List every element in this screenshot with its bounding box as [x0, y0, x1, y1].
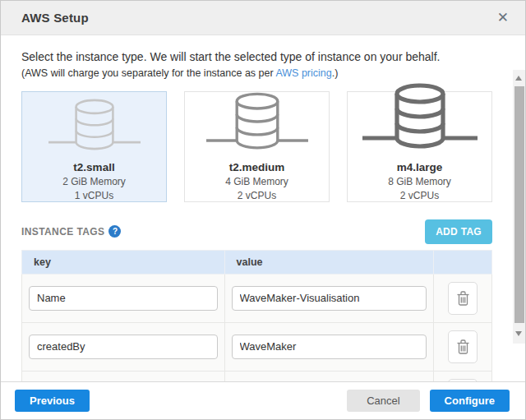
table-header-row: key value — [22, 250, 492, 274]
cancel-button[interactable]: Cancel — [347, 390, 419, 412]
column-header-action — [434, 250, 492, 274]
instance-memory: 8 GiB Memory — [388, 176, 451, 187]
instance-type-card[interactable]: m4.large 8 GiB Memory 2 vCPUs — [347, 91, 492, 202]
aws-setup-dialog: AWS Setup ✕ Select the instance type. We… — [0, 0, 526, 420]
database-icon — [351, 97, 488, 159]
intro-text: Select the instance type. We will start … — [21, 48, 492, 65]
database-icon — [25, 97, 163, 159]
tag-table-row — [22, 274, 492, 322]
instance-vcpus: 1 vCPUs — [75, 190, 113, 201]
tag-key-input[interactable] — [29, 286, 218, 311]
scrollbar-down-arrow-icon[interactable] — [515, 331, 522, 336]
instance-cards: t2.small 2 GiB Memory 1 vCPUs t2.medium … — [21, 91, 492, 202]
instance-tags-label: INSTANCE TAGS — [21, 226, 104, 238]
configure-button[interactable]: Configure — [430, 390, 510, 412]
delete-tag-button[interactable] — [448, 379, 478, 381]
instance-vcpus: 2 vCPUs — [400, 190, 439, 201]
tag-key-input[interactable] — [29, 335, 218, 359]
column-header-key: key — [22, 250, 225, 274]
pricing-note-suffix: .) — [332, 67, 339, 79]
pricing-note-prefix: (AWS will charge you separately for the … — [21, 67, 275, 79]
database-icon — [188, 97, 325, 159]
tag-table-row — [22, 371, 492, 381]
instance-name: m4.large — [397, 161, 443, 173]
instance-memory: 4 GiB Memory — [225, 176, 288, 187]
dialog-title: AWS Setup — [21, 11, 89, 25]
instance-type-card[interactable]: t2.small 2 GiB Memory 1 vCPUs — [21, 91, 167, 202]
trash-icon — [457, 291, 469, 306]
instance-name: t2.medium — [229, 161, 285, 173]
dialog-footer: Previous Cancel Configure — [1, 381, 525, 419]
delete-tag-button[interactable] — [448, 330, 478, 363]
column-header-value: value — [224, 250, 434, 274]
instance-type-card[interactable]: t2.medium 4 GiB Memory 2 vCPUs — [184, 91, 330, 202]
instance-vcpus: 2 vCPUs — [238, 190, 276, 201]
scrollbar-up-arrow-icon[interactable] — [515, 76, 522, 81]
help-icon[interactable]: ? — [108, 225, 121, 238]
tag-value-input[interactable] — [232, 286, 427, 311]
previous-button[interactable]: Previous — [15, 390, 90, 412]
aws-pricing-link[interactable]: AWS pricing — [275, 67, 331, 79]
tag-rows — [22, 274, 492, 381]
tag-value-input[interactable] — [232, 335, 427, 359]
delete-tag-button[interactable] — [448, 282, 478, 315]
trash-icon — [457, 339, 469, 354]
instance-name: t2.small — [73, 161, 114, 173]
instance-tags-bar: INSTANCE TAGS ? ADD TAG — [21, 220, 492, 243]
instance-tags-table: key value — [21, 250, 492, 381]
add-tag-button[interactable]: ADD TAG — [425, 219, 492, 244]
vertical-scrollbar[interactable] — [513, 70, 525, 344]
scrollbar-thumb[interactable] — [514, 86, 524, 323]
dialog-header: AWS Setup ✕ — [1, 1, 525, 35]
pricing-note: (AWS will charge you separately for the … — [21, 67, 492, 81]
close-icon[interactable]: ✕ — [494, 9, 512, 26]
dialog-content: Select the instance type. We will start … — [1, 35, 525, 381]
instance-memory: 2 GiB Memory — [62, 176, 126, 187]
tag-table-row — [22, 322, 492, 371]
